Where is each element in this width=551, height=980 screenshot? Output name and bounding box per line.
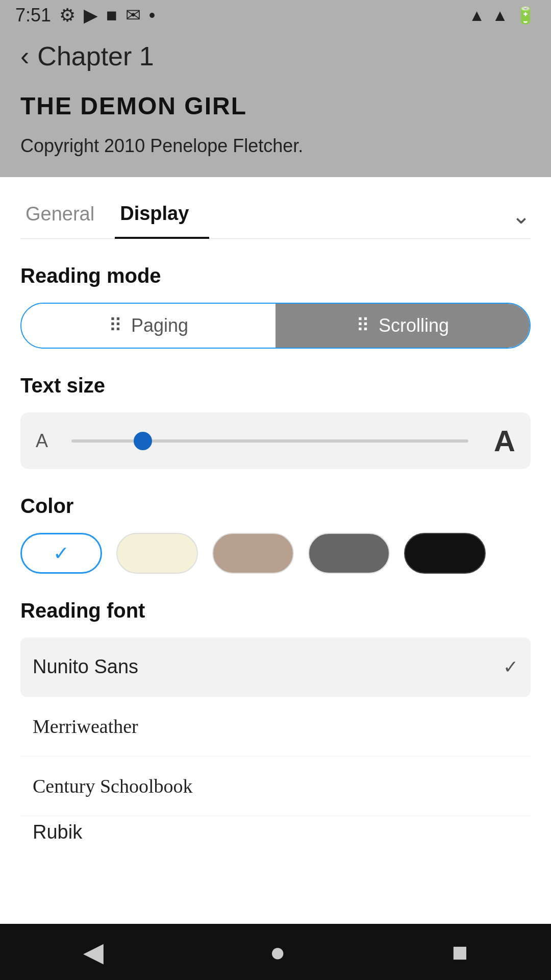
reading-font-label: Reading font	[20, 599, 531, 622]
font-rubik-partial[interactable]: Rubik	[20, 816, 531, 847]
stop-icon: ■	[106, 5, 117, 26]
text-size-row: A A	[20, 412, 531, 469]
color-tan[interactable]	[212, 533, 294, 574]
reading-mode-label: Reading mode	[20, 264, 531, 287]
color-white[interactable]: ✓	[20, 533, 102, 574]
book-title: THE DEMON GIRL	[20, 92, 531, 120]
status-right: ▲ ▲ 🔋	[469, 6, 536, 25]
font-name-merriweather: Merriweather	[33, 715, 138, 738]
color-cream[interactable]	[116, 533, 198, 574]
mail-icon: ✉	[126, 5, 141, 26]
tabs-bar: General Display ⌄	[20, 177, 531, 239]
paging-option[interactable]: ⠿ Paging	[21, 304, 276, 348]
chapter-label: Chapter 1	[37, 41, 154, 71]
status-left: 7:51 ⚙ ▶ ■ ✉ •	[15, 5, 155, 26]
book-header: ‹ Chapter 1 THE DEMON GIRL Copyright 201…	[0, 31, 551, 177]
scrolling-option[interactable]: ⠿ Scrolling	[276, 304, 530, 348]
font-name-rubik: Rubik	[33, 821, 82, 843]
paging-icon: ⠿	[109, 315, 122, 336]
font-name-century: Century Schoolbook	[33, 775, 192, 797]
back-nav-button[interactable]: ◀	[83, 937, 104, 967]
color-black[interactable]	[404, 533, 486, 574]
battery-icon: 🔋	[515, 6, 536, 25]
font-nunito-sans[interactable]: Nunito Sans ✓	[20, 638, 531, 697]
slider-track	[71, 439, 468, 443]
scrolling-icon: ⠿	[356, 315, 369, 336]
color-gray[interactable]	[308, 533, 390, 574]
recent-nav-button[interactable]: ■	[452, 937, 468, 967]
scrolling-label: Scrolling	[379, 315, 449, 336]
text-size-slider[interactable]	[71, 438, 468, 444]
chapter-nav: ‹ Chapter 1	[20, 41, 531, 71]
reading-mode-toggle[interactable]: ⠿ Paging ⠿ Scrolling	[20, 303, 531, 349]
nav-bar: ◀ ● ■	[0, 924, 551, 980]
home-nav-button[interactable]: ●	[270, 937, 286, 967]
settings-panel: General Display ⌄ Reading mode ⠿ Paging …	[0, 177, 551, 847]
signal-icon: ▲	[492, 6, 508, 25]
paging-label: Paging	[131, 315, 188, 336]
color-check-icon: ✓	[53, 542, 69, 565]
dot-icon: •	[149, 5, 156, 26]
back-button[interactable]: ‹	[20, 41, 29, 71]
text-size-large-label: A	[486, 424, 515, 458]
font-century-schoolbook[interactable]: Century Schoolbook	[20, 756, 531, 816]
text-size-small-label: A	[36, 430, 54, 452]
tab-general[interactable]: General	[20, 193, 115, 239]
play-icon: ▶	[84, 5, 98, 26]
time-display: 7:51	[15, 5, 51, 26]
font-merriweather[interactable]: Merriweather	[20, 697, 531, 756]
copyright-text: Copyright 2010 Penelope Fletcher.	[20, 135, 531, 157]
tab-display[interactable]: Display	[115, 192, 209, 239]
font-check-icon: ✓	[503, 656, 518, 678]
slider-thumb[interactable]	[134, 432, 152, 450]
color-section-label: Color	[20, 495, 531, 518]
settings-icon: ⚙	[59, 5, 76, 26]
font-name-nunito: Nunito Sans	[33, 656, 138, 678]
tabs-chevron-icon[interactable]: ⌄	[512, 203, 531, 229]
wifi-icon: ▲	[469, 6, 485, 25]
text-size-label: Text size	[20, 374, 531, 397]
color-options: ✓	[20, 533, 531, 574]
status-bar: 7:51 ⚙ ▶ ■ ✉ • ▲ ▲ 🔋	[0, 0, 551, 31]
